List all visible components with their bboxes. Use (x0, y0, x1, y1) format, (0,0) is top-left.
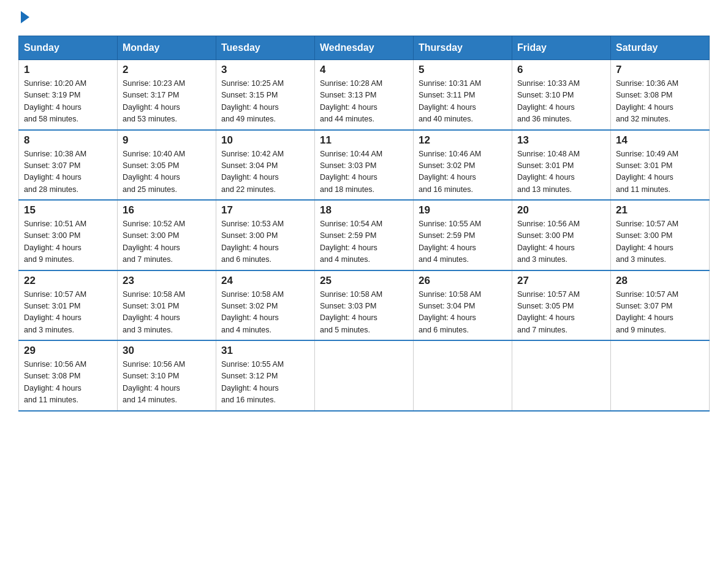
calendar-cell: 31Sunrise: 10:55 AMSunset: 3:12 PMDaylig… (216, 340, 315, 411)
calendar-cell: 8Sunrise: 10:38 AMSunset: 3:07 PMDayligh… (19, 130, 118, 201)
calendar-cell: 16Sunrise: 10:52 AMSunset: 3:00 PMDaylig… (118, 200, 216, 270)
calendar-week-2: 8Sunrise: 10:38 AMSunset: 3:07 PMDayligh… (19, 130, 710, 201)
day-info: Sunrise: 10:56 AMSunset: 3:00 PMDaylight… (517, 218, 605, 266)
day-number: 6 (517, 64, 605, 76)
day-number: 28 (616, 275, 704, 287)
calendar-cell: 15Sunrise: 10:51 AMSunset: 3:00 PMDaylig… (19, 200, 118, 270)
day-number: 4 (320, 64, 408, 76)
day-info: Sunrise: 10:57 AMSunset: 3:07 PMDaylight… (616, 289, 704, 337)
day-info: Sunrise: 10:48 AMSunset: 3:01 PMDaylight… (517, 148, 605, 196)
calendar-cell: 13Sunrise: 10:48 AMSunset: 3:01 PMDaylig… (512, 130, 611, 201)
day-number: 16 (123, 204, 211, 216)
day-info: Sunrise: 10:58 AMSunset: 3:02 PMDaylight… (221, 289, 309, 337)
day-info: Sunrise: 10:55 AMSunset: 2:59 PMDaylight… (419, 218, 507, 266)
logo (18, 12, 29, 23)
calendar-cell: 14Sunrise: 10:49 AMSunset: 3:01 PMDaylig… (611, 130, 710, 201)
day-number: 7 (616, 64, 704, 76)
calendar-cell: 4Sunrise: 10:28 AMSunset: 3:13 PMDayligh… (315, 60, 414, 130)
day-number: 3 (221, 64, 309, 76)
logo-triangle-icon (21, 11, 29, 23)
weekday-header-thursday: Thursday (414, 36, 512, 60)
day-number: 20 (517, 204, 605, 216)
day-info: Sunrise: 10:33 AMSunset: 3:10 PMDaylight… (517, 78, 605, 126)
calendar-cell: 9Sunrise: 10:40 AMSunset: 3:05 PMDayligh… (118, 130, 216, 201)
calendar-cell: 7Sunrise: 10:36 AMSunset: 3:08 PMDayligh… (611, 60, 710, 130)
calendar-cell: 24Sunrise: 10:58 AMSunset: 3:02 PMDaylig… (216, 270, 315, 341)
calendar-table: SundayMondayTuesdayWednesdayThursdayFrid… (18, 36, 710, 412)
day-number: 9 (123, 134, 211, 147)
day-info: Sunrise: 10:55 AMSunset: 3:12 PMDaylight… (221, 359, 309, 407)
calendar-cell (315, 340, 414, 411)
calendar-cell: 22Sunrise: 10:57 AMSunset: 3:01 PMDaylig… (19, 270, 118, 341)
day-info: Sunrise: 10:40 AMSunset: 3:05 PMDaylight… (123, 148, 211, 196)
day-info: Sunrise: 10:57 AMSunset: 3:05 PMDaylight… (517, 289, 605, 337)
calendar-cell: 1Sunrise: 10:20 AMSunset: 3:19 PMDayligh… (19, 60, 118, 130)
day-info: Sunrise: 10:25 AMSunset: 3:15 PMDaylight… (221, 78, 309, 126)
weekday-header-sunday: Sunday (19, 36, 118, 60)
calendar-cell: 5Sunrise: 10:31 AMSunset: 3:11 PMDayligh… (414, 60, 512, 130)
calendar-cell: 12Sunrise: 10:46 AMSunset: 3:02 PMDaylig… (414, 130, 512, 201)
day-info: Sunrise: 10:42 AMSunset: 3:04 PMDaylight… (221, 148, 309, 196)
day-number: 2 (123, 64, 211, 76)
day-info: Sunrise: 10:57 AMSunset: 3:00 PMDaylight… (616, 218, 704, 266)
day-number: 26 (419, 275, 507, 287)
day-number: 14 (616, 134, 704, 147)
calendar-cell: 29Sunrise: 10:56 AMSunset: 3:08 PMDaylig… (19, 340, 118, 411)
calendar-cell: 25Sunrise: 10:58 AMSunset: 3:03 PMDaylig… (315, 270, 414, 341)
weekday-header-saturday: Saturday (611, 36, 710, 60)
day-info: Sunrise: 10:53 AMSunset: 3:00 PMDaylight… (221, 218, 309, 266)
day-info: Sunrise: 10:23 AMSunset: 3:17 PMDaylight… (123, 78, 211, 126)
day-number: 1 (24, 64, 112, 76)
calendar-week-1: 1Sunrise: 10:20 AMSunset: 3:19 PMDayligh… (19, 60, 710, 130)
weekday-header-wednesday: Wednesday (315, 36, 414, 60)
weekday-header-tuesday: Tuesday (216, 36, 315, 60)
day-info: Sunrise: 10:56 AMSunset: 3:10 PMDaylight… (123, 359, 211, 407)
day-number: 13 (517, 134, 605, 147)
calendar-cell: 6Sunrise: 10:33 AMSunset: 3:10 PMDayligh… (512, 60, 611, 130)
calendar-cell: 27Sunrise: 10:57 AMSunset: 3:05 PMDaylig… (512, 270, 611, 341)
day-info: Sunrise: 10:31 AMSunset: 3:11 PMDaylight… (419, 78, 507, 126)
day-number: 27 (517, 275, 605, 287)
day-info: Sunrise: 10:52 AMSunset: 3:00 PMDaylight… (123, 218, 211, 266)
calendar-cell: 30Sunrise: 10:56 AMSunset: 3:10 PMDaylig… (118, 340, 216, 411)
day-number: 18 (320, 204, 408, 216)
day-number: 8 (24, 134, 112, 147)
day-info: Sunrise: 10:28 AMSunset: 3:13 PMDaylight… (320, 78, 408, 126)
calendar-cell (414, 340, 512, 411)
calendar-cell: 19Sunrise: 10:55 AMSunset: 2:59 PMDaylig… (414, 200, 512, 270)
day-info: Sunrise: 10:58 AMSunset: 3:01 PMDaylight… (123, 289, 211, 337)
calendar-cell (611, 340, 710, 411)
day-number: 15 (24, 204, 112, 216)
calendar-cell: 17Sunrise: 10:53 AMSunset: 3:00 PMDaylig… (216, 200, 315, 270)
weekday-header-row: SundayMondayTuesdayWednesdayThursdayFrid… (19, 36, 710, 60)
calendar-cell: 11Sunrise: 10:44 AMSunset: 3:03 PMDaylig… (315, 130, 414, 201)
calendar-cell: 3Sunrise: 10:25 AMSunset: 3:15 PMDayligh… (216, 60, 315, 130)
calendar-cell: 21Sunrise: 10:57 AMSunset: 3:00 PMDaylig… (611, 200, 710, 270)
weekday-header-monday: Monday (118, 36, 216, 60)
calendar-cell: 2Sunrise: 10:23 AMSunset: 3:17 PMDayligh… (118, 60, 216, 130)
calendar-cell: 26Sunrise: 10:58 AMSunset: 3:04 PMDaylig… (414, 270, 512, 341)
calendar-week-5: 29Sunrise: 10:56 AMSunset: 3:08 PMDaylig… (19, 340, 710, 411)
day-number: 10 (221, 134, 309, 147)
day-info: Sunrise: 10:54 AMSunset: 2:59 PMDaylight… (320, 218, 408, 266)
calendar-cell: 23Sunrise: 10:58 AMSunset: 3:01 PMDaylig… (118, 270, 216, 341)
day-info: Sunrise: 10:56 AMSunset: 3:08 PMDaylight… (24, 359, 112, 407)
day-info: Sunrise: 10:51 AMSunset: 3:00 PMDaylight… (24, 218, 112, 266)
calendar-cell: 10Sunrise: 10:42 AMSunset: 3:04 PMDaylig… (216, 130, 315, 201)
calendar-cell: 20Sunrise: 10:56 AMSunset: 3:00 PMDaylig… (512, 200, 611, 270)
day-info: Sunrise: 10:58 AMSunset: 3:03 PMDaylight… (320, 289, 408, 337)
day-info: Sunrise: 10:49 AMSunset: 3:01 PMDaylight… (616, 148, 704, 196)
day-number: 21 (616, 204, 704, 216)
day-info: Sunrise: 10:20 AMSunset: 3:19 PMDaylight… (24, 78, 112, 126)
calendar-cell (512, 340, 611, 411)
day-number: 5 (419, 64, 507, 76)
day-number: 24 (221, 275, 309, 287)
day-number: 22 (24, 275, 112, 287)
calendar-cell: 18Sunrise: 10:54 AMSunset: 2:59 PMDaylig… (315, 200, 414, 270)
calendar-week-4: 22Sunrise: 10:57 AMSunset: 3:01 PMDaylig… (19, 270, 710, 341)
page-header (18, 12, 710, 23)
day-number: 11 (320, 134, 408, 147)
day-number: 25 (320, 275, 408, 287)
day-number: 19 (419, 204, 507, 216)
weekday-header-friday: Friday (512, 36, 611, 60)
